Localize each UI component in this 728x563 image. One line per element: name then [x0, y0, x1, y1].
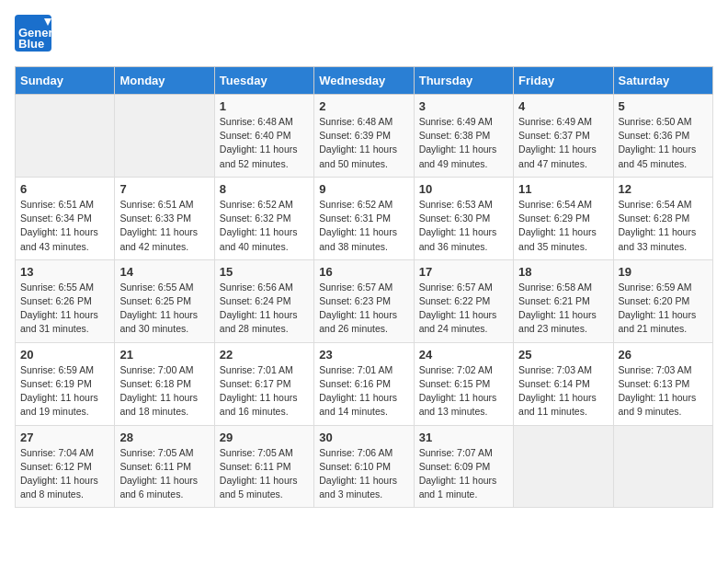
day-number: 21	[119, 348, 209, 362]
calendar-cell: 29Sunrise: 7:05 AMSunset: 6:11 PMDayligh…	[214, 425, 313, 508]
calendar-cell: 19Sunrise: 6:59 AMSunset: 6:20 PMDayligh…	[613, 259, 712, 342]
calendar-cell: 1Sunrise: 6:48 AMSunset: 6:40 PMDaylight…	[214, 95, 313, 178]
day-number: 6	[20, 182, 109, 196]
logo-icon: General Blue	[15, 15, 51, 52]
logo: General Blue	[15, 15, 59, 55]
calendar-cell: 24Sunrise: 7:02 AMSunset: 6:15 PMDayligh…	[414, 342, 513, 425]
day-info: Sunrise: 7:01 AMSunset: 6:17 PMDaylight:…	[220, 363, 309, 419]
day-number: 16	[319, 265, 408, 279]
calendar-cell: 28Sunrise: 7:05 AMSunset: 6:11 PMDayligh…	[115, 425, 214, 508]
day-number: 23	[319, 348, 408, 362]
day-number: 14	[119, 265, 209, 279]
day-info: Sunrise: 7:05 AMSunset: 6:11 PMDaylight:…	[220, 446, 309, 502]
day-info: Sunrise: 6:48 AMSunset: 6:40 PMDaylight:…	[220, 115, 309, 171]
col-header-sunday: Sunday	[16, 67, 115, 95]
col-header-wednesday: Wednesday	[314, 67, 414, 95]
day-info: Sunrise: 6:52 AMSunset: 6:31 PMDaylight:…	[319, 198, 408, 254]
calendar-cell: 31Sunrise: 7:07 AMSunset: 6:09 PMDayligh…	[414, 425, 513, 508]
day-info: Sunrise: 6:51 AMSunset: 6:34 PMDaylight:…	[20, 198, 109, 254]
calendar-cell: 6Sunrise: 6:51 AMSunset: 6:34 PMDaylight…	[16, 177, 115, 259]
calendar-cell: 14Sunrise: 6:55 AMSunset: 6:25 PMDayligh…	[115, 259, 214, 342]
col-header-tuesday: Tuesday	[214, 67, 313, 95]
calendar-cell: 11Sunrise: 6:54 AMSunset: 6:29 PMDayligh…	[514, 177, 613, 259]
day-number: 22	[220, 348, 309, 362]
day-number: 31	[419, 431, 508, 444]
calendar-week-5: 27Sunrise: 7:04 AMSunset: 6:12 PMDayligh…	[16, 425, 713, 508]
day-info: Sunrise: 6:48 AMSunset: 6:39 PMDaylight:…	[319, 115, 408, 171]
day-number: 7	[119, 182, 209, 196]
day-number: 29	[220, 431, 309, 444]
day-info: Sunrise: 6:56 AMSunset: 6:24 PMDaylight:…	[220, 281, 309, 337]
day-number: 12	[619, 182, 708, 196]
calendar-cell: 16Sunrise: 6:57 AMSunset: 6:23 PMDayligh…	[314, 259, 414, 342]
calendar-cell: 21Sunrise: 7:00 AMSunset: 6:18 PMDayligh…	[115, 342, 214, 425]
calendar-cell: 12Sunrise: 6:54 AMSunset: 6:28 PMDayligh…	[613, 177, 712, 259]
day-info: Sunrise: 6:52 AMSunset: 6:32 PMDaylight:…	[220, 198, 309, 254]
day-number: 4	[518, 99, 608, 113]
day-number: 24	[419, 348, 508, 362]
calendar-cell: 13Sunrise: 6:55 AMSunset: 6:26 PMDayligh…	[16, 259, 115, 342]
day-info: Sunrise: 7:05 AMSunset: 6:11 PMDaylight:…	[119, 446, 209, 502]
day-info: Sunrise: 6:55 AMSunset: 6:25 PMDaylight:…	[119, 281, 209, 337]
calendar-cell: 3Sunrise: 6:49 AMSunset: 6:38 PMDaylight…	[414, 95, 513, 178]
calendar-week-3: 13Sunrise: 6:55 AMSunset: 6:26 PMDayligh…	[16, 259, 713, 342]
calendar-cell: 17Sunrise: 6:57 AMSunset: 6:22 PMDayligh…	[414, 259, 513, 342]
day-info: Sunrise: 7:00 AMSunset: 6:18 PMDaylight:…	[119, 363, 209, 419]
day-info: Sunrise: 7:01 AMSunset: 6:16 PMDaylight:…	[319, 363, 408, 419]
calendar-table: SundayMondayTuesdayWednesdayThursdayFrid…	[15, 66, 713, 508]
col-header-friday: Friday	[514, 67, 613, 95]
calendar-cell: 10Sunrise: 6:53 AMSunset: 6:30 PMDayligh…	[414, 177, 513, 259]
day-number: 18	[518, 265, 608, 279]
day-info: Sunrise: 6:54 AMSunset: 6:29 PMDaylight:…	[518, 198, 608, 254]
calendar-week-2: 6Sunrise: 6:51 AMSunset: 6:34 PMDaylight…	[16, 177, 713, 259]
calendar-cell: 18Sunrise: 6:58 AMSunset: 6:21 PMDayligh…	[514, 259, 613, 342]
calendar-week-1: 1Sunrise: 6:48 AMSunset: 6:40 PMDaylight…	[16, 95, 713, 178]
day-number: 28	[119, 431, 209, 444]
page-header: General Blue	[15, 15, 713, 55]
day-info: Sunrise: 6:49 AMSunset: 6:38 PMDaylight:…	[419, 115, 508, 171]
day-number: 5	[619, 99, 708, 113]
day-info: Sunrise: 7:04 AMSunset: 6:12 PMDaylight:…	[20, 446, 109, 502]
day-number: 26	[619, 348, 708, 362]
day-info: Sunrise: 7:06 AMSunset: 6:10 PMDaylight:…	[319, 446, 408, 502]
day-number: 20	[20, 348, 109, 362]
day-number: 3	[419, 99, 508, 113]
day-number: 27	[20, 431, 109, 444]
day-number: 13	[20, 265, 109, 279]
calendar-cell	[514, 425, 613, 508]
day-info: Sunrise: 6:57 AMSunset: 6:23 PMDaylight:…	[319, 281, 408, 337]
day-info: Sunrise: 6:53 AMSunset: 6:30 PMDaylight:…	[419, 198, 508, 254]
calendar-cell: 15Sunrise: 6:56 AMSunset: 6:24 PMDayligh…	[214, 259, 313, 342]
day-info: Sunrise: 6:58 AMSunset: 6:21 PMDaylight:…	[518, 281, 608, 337]
day-number: 10	[419, 182, 508, 196]
calendar-cell: 4Sunrise: 6:49 AMSunset: 6:37 PMDaylight…	[514, 95, 613, 178]
calendar-cell: 7Sunrise: 6:51 AMSunset: 6:33 PMDaylight…	[115, 177, 214, 259]
day-number: 8	[220, 182, 309, 196]
calendar-cell: 23Sunrise: 7:01 AMSunset: 6:16 PMDayligh…	[314, 342, 414, 425]
day-info: Sunrise: 7:03 AMSunset: 6:13 PMDaylight:…	[619, 363, 708, 419]
calendar-cell: 25Sunrise: 7:03 AMSunset: 6:14 PMDayligh…	[514, 342, 613, 425]
calendar-cell: 27Sunrise: 7:04 AMSunset: 6:12 PMDayligh…	[16, 425, 115, 508]
calendar-cell: 26Sunrise: 7:03 AMSunset: 6:13 PMDayligh…	[613, 342, 712, 425]
day-info: Sunrise: 6:51 AMSunset: 6:33 PMDaylight:…	[119, 198, 209, 254]
calendar-cell	[16, 95, 115, 178]
day-number: 19	[619, 265, 708, 279]
day-number: 30	[319, 431, 408, 444]
day-number: 2	[319, 99, 408, 113]
day-info: Sunrise: 7:03 AMSunset: 6:14 PMDaylight:…	[518, 363, 608, 419]
day-info: Sunrise: 6:55 AMSunset: 6:26 PMDaylight:…	[20, 281, 109, 337]
calendar-cell: 20Sunrise: 6:59 AMSunset: 6:19 PMDayligh…	[16, 342, 115, 425]
day-info: Sunrise: 6:49 AMSunset: 6:37 PMDaylight:…	[518, 115, 608, 171]
calendar-cell: 9Sunrise: 6:52 AMSunset: 6:31 PMDaylight…	[314, 177, 414, 259]
day-info: Sunrise: 7:02 AMSunset: 6:15 PMDaylight:…	[419, 363, 508, 419]
day-info: Sunrise: 7:07 AMSunset: 6:09 PMDaylight:…	[419, 446, 508, 502]
col-header-saturday: Saturday	[613, 67, 712, 95]
day-info: Sunrise: 6:50 AMSunset: 6:36 PMDaylight:…	[619, 115, 708, 171]
calendar-cell	[115, 95, 214, 178]
day-info: Sunrise: 6:59 AMSunset: 6:19 PMDaylight:…	[20, 363, 109, 419]
day-number: 25	[518, 348, 608, 362]
day-number: 1	[220, 99, 309, 113]
day-number: 9	[319, 182, 408, 196]
day-number: 15	[220, 265, 309, 279]
day-info: Sunrise: 6:59 AMSunset: 6:20 PMDaylight:…	[619, 281, 708, 337]
